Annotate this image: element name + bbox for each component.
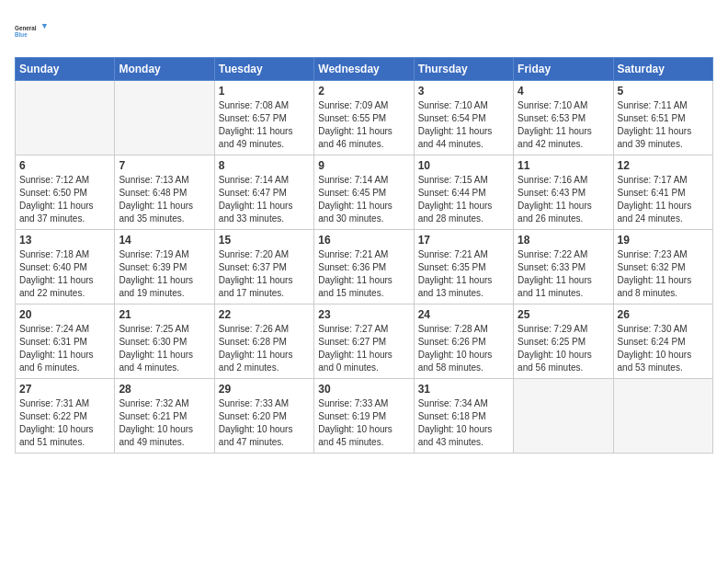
day-number: 29 (219, 383, 310, 396)
calendar-day-cell (514, 379, 613, 454)
day-info: Sunrise: 7:15 AMSunset: 6:44 PMDaylight:… (418, 174, 509, 225)
day-info: Sunrise: 7:28 AMSunset: 6:26 PMDaylight:… (418, 323, 509, 374)
day-info: Sunrise: 7:30 AMSunset: 6:24 PMDaylight:… (618, 323, 709, 374)
calendar-week-row: 6 Sunrise: 7:12 AMSunset: 6:50 PMDayligh… (16, 155, 713, 230)
calendar-day-cell: 21 Sunrise: 7:25 AMSunset: 6:30 PMDaylig… (115, 304, 214, 379)
day-info: Sunrise: 7:21 AMSunset: 6:36 PMDaylight:… (318, 248, 409, 300)
day-info: Sunrise: 7:13 AMSunset: 6:48 PMDaylight:… (119, 174, 210, 225)
day-info: Sunrise: 7:33 AMSunset: 6:20 PMDaylight:… (219, 397, 310, 449)
calendar-day-cell: 6 Sunrise: 7:12 AMSunset: 6:50 PMDayligh… (16, 155, 115, 230)
day-number: 21 (119, 308, 210, 321)
day-info: Sunrise: 7:25 AMSunset: 6:30 PMDaylight:… (119, 323, 210, 374)
calendar-day-cell: 26 Sunrise: 7:30 AMSunset: 6:24 PMDaylig… (613, 304, 712, 379)
calendar-day-cell: 12 Sunrise: 7:17 AMSunset: 6:41 PMDaylig… (613, 155, 712, 230)
day-info: Sunrise: 7:26 AMSunset: 6:28 PMDaylight:… (219, 323, 310, 374)
day-number: 27 (19, 383, 110, 396)
day-info: Sunrise: 7:09 AMSunset: 6:55 PMDaylight:… (318, 99, 409, 151)
day-number: 31 (418, 383, 509, 396)
calendar-day-cell: 25 Sunrise: 7:29 AMSunset: 6:25 PMDaylig… (514, 304, 613, 379)
day-number: 17 (418, 234, 509, 247)
day-info: Sunrise: 7:16 AMSunset: 6:43 PMDaylight:… (518, 174, 609, 225)
day-info: Sunrise: 7:34 AMSunset: 6:18 PMDaylight:… (418, 397, 509, 449)
weekday-header: Saturday (613, 58, 712, 81)
day-info: Sunrise: 7:29 AMSunset: 6:25 PMDaylight:… (518, 323, 609, 374)
calendar-week-row: 1 Sunrise: 7:08 AMSunset: 6:57 PMDayligh… (16, 81, 713, 155)
day-info: Sunrise: 7:32 AMSunset: 6:21 PMDaylight:… (119, 397, 210, 449)
calendar-day-cell: 29 Sunrise: 7:33 AMSunset: 6:20 PMDaylig… (214, 379, 313, 454)
logo-icon: General Blue (15, 15, 48, 48)
day-number: 28 (119, 383, 210, 396)
calendar-day-cell (16, 81, 115, 155)
calendar-week-row: 20 Sunrise: 7:24 AMSunset: 6:31 PMDaylig… (16, 304, 713, 379)
day-number: 9 (318, 159, 409, 172)
calendar-day-cell (115, 81, 214, 155)
day-number: 14 (119, 234, 210, 247)
day-number: 1 (219, 85, 310, 98)
day-number: 22 (219, 308, 310, 321)
calendar-day-cell: 11 Sunrise: 7:16 AMSunset: 6:43 PMDaylig… (514, 155, 613, 230)
weekday-header: Sunday (16, 58, 115, 81)
day-info: Sunrise: 7:08 AMSunset: 6:57 PMDaylight:… (219, 99, 310, 151)
day-number: 20 (19, 308, 110, 321)
day-info: Sunrise: 7:10 AMSunset: 6:54 PMDaylight:… (418, 99, 509, 151)
day-info: Sunrise: 7:21 AMSunset: 6:35 PMDaylight:… (418, 248, 509, 300)
header-row: SundayMondayTuesdayWednesdayThursdayFrid… (16, 58, 713, 81)
weekday-header: Tuesday (214, 58, 313, 81)
svg-text:General: General (15, 25, 37, 31)
calendar-day-cell: 2 Sunrise: 7:09 AMSunset: 6:55 PMDayligh… (314, 81, 414, 155)
day-number: 3 (418, 85, 509, 98)
day-number: 11 (518, 159, 609, 172)
day-info: Sunrise: 7:22 AMSunset: 6:33 PMDaylight:… (518, 248, 609, 300)
calendar-day-cell: 10 Sunrise: 7:15 AMSunset: 6:44 PMDaylig… (414, 155, 513, 230)
weekday-header: Thursday (414, 58, 513, 81)
calendar-day-cell: 20 Sunrise: 7:24 AMSunset: 6:31 PMDaylig… (16, 304, 115, 379)
day-number: 12 (618, 159, 709, 172)
day-number: 13 (19, 234, 110, 247)
svg-text:Blue: Blue (15, 31, 28, 38)
day-info: Sunrise: 7:18 AMSunset: 6:40 PMDaylight:… (19, 248, 110, 300)
weekday-header: Monday (115, 58, 214, 81)
day-number: 25 (518, 308, 609, 321)
day-info: Sunrise: 7:14 AMSunset: 6:47 PMDaylight:… (219, 174, 310, 225)
calendar-week-row: 27 Sunrise: 7:31 AMSunset: 6:22 PMDaylig… (16, 379, 713, 454)
calendar-day-cell: 7 Sunrise: 7:13 AMSunset: 6:48 PMDayligh… (115, 155, 214, 230)
day-number: 19 (618, 234, 709, 247)
day-info: Sunrise: 7:33 AMSunset: 6:19 PMDaylight:… (318, 397, 409, 449)
calendar-week-row: 13 Sunrise: 7:18 AMSunset: 6:40 PMDaylig… (16, 230, 713, 304)
day-info: Sunrise: 7:19 AMSunset: 6:39 PMDaylight:… (119, 248, 210, 300)
day-info: Sunrise: 7:23 AMSunset: 6:32 PMDaylight:… (618, 248, 709, 300)
calendar-day-cell: 23 Sunrise: 7:27 AMSunset: 6:27 PMDaylig… (314, 304, 414, 379)
day-number: 5 (618, 85, 709, 98)
calendar-day-cell: 9 Sunrise: 7:14 AMSunset: 6:45 PMDayligh… (314, 155, 414, 230)
calendar-day-cell: 18 Sunrise: 7:22 AMSunset: 6:33 PMDaylig… (514, 230, 613, 304)
day-number: 2 (318, 85, 409, 98)
day-info: Sunrise: 7:12 AMSunset: 6:50 PMDaylight:… (19, 174, 110, 225)
calendar-table: SundayMondayTuesdayWednesdayThursdayFrid… (15, 57, 713, 454)
calendar-day-cell: 1 Sunrise: 7:08 AMSunset: 6:57 PMDayligh… (214, 81, 313, 155)
day-info: Sunrise: 7:10 AMSunset: 6:53 PMDaylight:… (518, 99, 609, 151)
day-number: 24 (418, 308, 509, 321)
day-info: Sunrise: 7:31 AMSunset: 6:22 PMDaylight:… (19, 397, 110, 449)
day-info: Sunrise: 7:17 AMSunset: 6:41 PMDaylight:… (618, 174, 709, 225)
calendar-day-cell (613, 379, 712, 454)
calendar-day-cell: 24 Sunrise: 7:28 AMSunset: 6:26 PMDaylig… (414, 304, 513, 379)
day-info: Sunrise: 7:27 AMSunset: 6:27 PMDaylight:… (318, 323, 409, 374)
day-number: 10 (418, 159, 509, 172)
weekday-header: Friday (514, 58, 613, 81)
calendar-day-cell: 8 Sunrise: 7:14 AMSunset: 6:47 PMDayligh… (214, 155, 313, 230)
day-number: 16 (318, 234, 409, 247)
day-number: 4 (518, 85, 609, 98)
calendar-day-cell: 28 Sunrise: 7:32 AMSunset: 6:21 PMDaylig… (115, 379, 214, 454)
calendar-day-cell: 16 Sunrise: 7:21 AMSunset: 6:36 PMDaylig… (314, 230, 414, 304)
calendar-day-cell: 3 Sunrise: 7:10 AMSunset: 6:54 PMDayligh… (414, 81, 513, 155)
day-number: 18 (518, 234, 609, 247)
day-number: 6 (19, 159, 110, 172)
calendar-day-cell: 30 Sunrise: 7:33 AMSunset: 6:19 PMDaylig… (314, 379, 414, 454)
day-number: 26 (618, 308, 709, 321)
day-info: Sunrise: 7:14 AMSunset: 6:45 PMDaylight:… (318, 174, 409, 225)
calendar-day-cell: 17 Sunrise: 7:21 AMSunset: 6:35 PMDaylig… (414, 230, 513, 304)
calendar-day-cell: 4 Sunrise: 7:10 AMSunset: 6:53 PMDayligh… (514, 81, 613, 155)
calendar-day-cell: 5 Sunrise: 7:11 AMSunset: 6:51 PMDayligh… (613, 81, 712, 155)
day-info: Sunrise: 7:11 AMSunset: 6:51 PMDaylight:… (618, 99, 709, 151)
calendar-day-cell: 13 Sunrise: 7:18 AMSunset: 6:40 PMDaylig… (16, 230, 115, 304)
